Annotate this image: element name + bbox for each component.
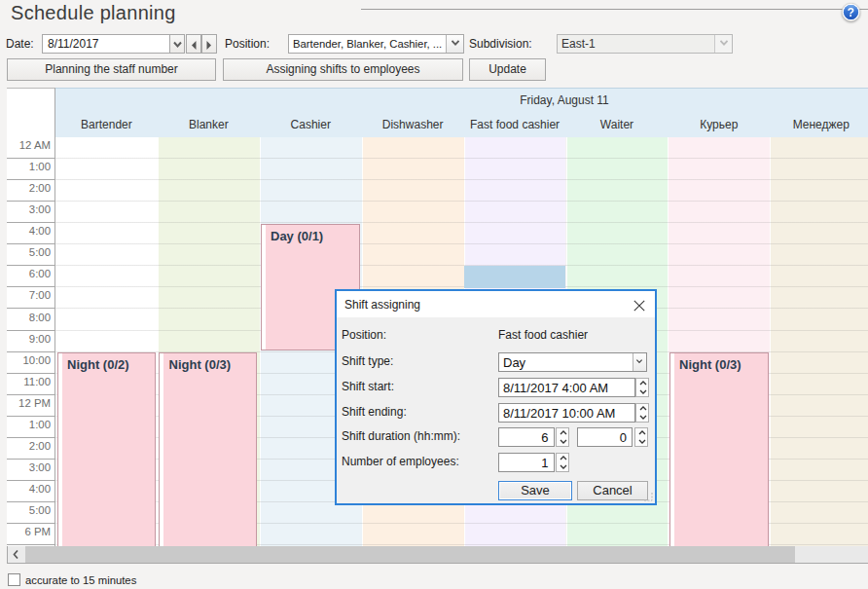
svg-text:?: ? <box>848 6 854 19</box>
